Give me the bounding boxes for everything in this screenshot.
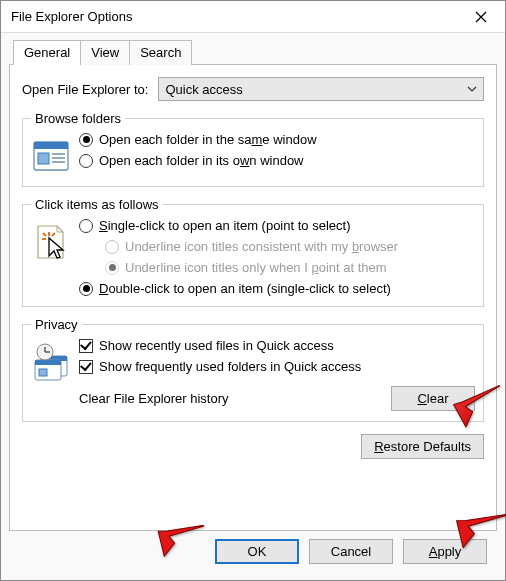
cancel-button[interactable]: Cancel	[309, 539, 393, 564]
ok-button[interactable]: OK	[215, 539, 299, 564]
radio-double-click[interactable]: Double-click to open an item (single-cli…	[79, 281, 475, 296]
radio-underline-browser: Underline icon titles consistent with my…	[105, 239, 475, 254]
clear-history-label: Clear File Explorer history	[79, 391, 229, 406]
radio-icon	[79, 219, 93, 233]
check-recent-files[interactable]: Show recently used files in Quick access	[79, 338, 475, 353]
checkbox-icon	[79, 339, 93, 353]
svg-rect-14	[39, 369, 47, 376]
checkbox-icon	[79, 360, 93, 374]
open-explorer-to-select[interactable]: Quick access	[158, 77, 484, 101]
svg-rect-2	[38, 153, 49, 164]
window-title: File Explorer Options	[11, 9, 461, 24]
tab-search[interactable]: Search	[129, 40, 192, 65]
tab-general[interactable]: General	[13, 40, 81, 65]
open-explorer-to-label: Open File Explorer to:	[22, 82, 148, 97]
click-items-group: Click items as follows	[22, 197, 484, 307]
apply-button[interactable]: Apply	[403, 539, 487, 564]
radio-underline-point: Underline icon titles only when I point …	[105, 260, 475, 275]
file-explorer-options-dialog: File Explorer Options General View Searc…	[0, 0, 506, 581]
close-button[interactable]	[461, 3, 501, 31]
check-frequent-folders[interactable]: Show frequently used folders in Quick ac…	[79, 359, 475, 374]
dialog-footer: OK Cancel Apply	[9, 531, 497, 572]
tab-view[interactable]: View	[80, 40, 130, 65]
radio-icon	[79, 133, 93, 147]
chevron-down-icon	[467, 84, 477, 94]
radio-icon	[79, 282, 93, 296]
history-icon	[31, 342, 71, 382]
tab-strip: General View Search	[13, 39, 497, 64]
radio-icon	[79, 154, 93, 168]
click-items-legend: Click items as follows	[31, 197, 163, 212]
radio-icon	[105, 240, 119, 254]
titlebar: File Explorer Options	[1, 1, 505, 33]
folder-window-icon	[31, 136, 71, 176]
radio-own-window[interactable]: Open each folder in its own window	[79, 153, 475, 168]
close-icon	[475, 11, 487, 23]
radio-same-window[interactable]: Open each folder in the same window	[79, 132, 475, 147]
cursor-document-icon	[31, 222, 71, 262]
browse-folders-group: Browse folders Open each folder in the	[22, 111, 484, 187]
radio-single-click[interactable]: Single-click to open an item (point to s…	[79, 218, 475, 233]
clear-button[interactable]: Clear	[391, 386, 475, 411]
browse-folders-legend: Browse folders	[31, 111, 125, 126]
open-explorer-to-value: Quick access	[165, 82, 242, 97]
tab-panel-general: Open File Explorer to: Quick access Brow…	[9, 64, 497, 531]
svg-rect-13	[35, 360, 61, 365]
radio-icon	[105, 261, 119, 275]
restore-defaults-button[interactable]: Restore Defaults	[361, 434, 484, 459]
privacy-group: Privacy Show	[22, 317, 484, 422]
svg-rect-1	[34, 142, 68, 149]
privacy-legend: Privacy	[31, 317, 82, 332]
